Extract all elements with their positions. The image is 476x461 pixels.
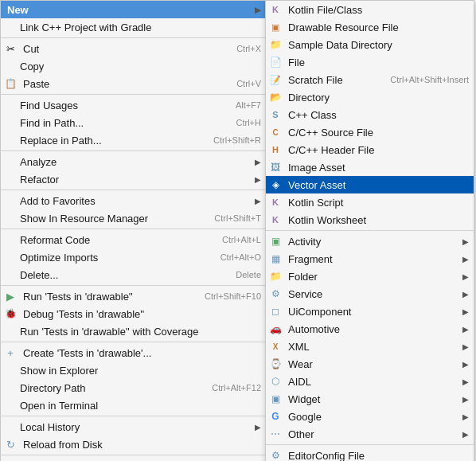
arrow-icon: ▶	[462, 237, 469, 246]
menu-item-analyze[interactable]: Analyze ▶	[1, 153, 266, 170]
separator	[266, 444, 474, 445]
menu-item-sample-data[interactable]: 📁 Sample Data Directory	[266, 36, 474, 53]
menu-item-service[interactable]: ⚙ Service ▶	[266, 285, 474, 303]
menu-item-find-path[interactable]: Find in Path... Ctrl+H	[1, 114, 266, 131]
editor-config-icon: ⚙	[269, 449, 282, 461]
ui-component-icon: ◻	[269, 305, 282, 318]
separator	[1, 37, 266, 38]
vector-asset-icon: ◈	[269, 178, 282, 191]
menu-item-cpp-header[interactable]: H C/C++ Header File	[266, 141, 474, 158]
separator	[1, 229, 266, 229]
create-icon: +	[4, 346, 17, 359]
menu-item-other[interactable]: ⋯ Other ▶	[266, 425, 474, 443]
menu-item-google[interactable]: G Google ▶	[266, 408, 474, 425]
menu-item-copy[interactable]: Copy	[1, 57, 266, 75]
arrow-icon: ▶	[462, 412, 469, 421]
menu-item-kotlin-worksheet[interactable]: K Kotlin Worksheet	[266, 211, 474, 229]
cpp-source-icon: C	[269, 126, 282, 139]
directory-icon: 📂	[269, 91, 282, 104]
arrow-icon: ▶	[255, 175, 261, 184]
file-icon: 📄	[269, 56, 282, 68]
right-submenu: K Kotlin File/Class ▣ Drawable Resource …	[265, 0, 474, 461]
arrow-icon: ▶	[255, 423, 261, 432]
menu-item-kotlin-file[interactable]: K Kotlin File/Class	[266, 1, 474, 18]
menu-item-run-coverage[interactable]: Run 'Tests in 'drawable'' with Coverage	[1, 322, 266, 340]
menu-item-local-history[interactable]: Local History ▶	[1, 418, 266, 436]
menu-item-refactor[interactable]: Refactor ▶	[1, 170, 266, 188]
menu-item-link-cpp[interactable]: Link C++ Project with Gradle	[1, 18, 266, 36]
menu-item-xml[interactable]: X XML ▶	[266, 338, 474, 355]
menu-item-replace-path[interactable]: Replace in Path... Ctrl+Shift+R	[1, 131, 266, 149]
menu-item-optimize-imports[interactable]: Optimize Imports Ctrl+Alt+O	[1, 248, 266, 266]
arrow-icon: ▶	[462, 360, 469, 369]
menu-item-compare-with[interactable]: ⇄ Compare With...	[1, 457, 266, 461]
menu-item-folder[interactable]: 📁 Folder ▶	[266, 268, 474, 285]
folder-icon: 📁	[269, 270, 282, 283]
xml-icon: X	[269, 340, 282, 353]
menu-item-fragment[interactable]: ▦ Fragment ▶	[266, 250, 474, 268]
arrow-icon: ▶	[462, 377, 469, 386]
other-icon: ⋯	[269, 428, 282, 440]
menu-item-add-favorites[interactable]: Add to Favorites ▶	[1, 192, 266, 209]
menu-item-file[interactable]: 📄 File	[266, 53, 474, 71]
menu-item-wear[interactable]: ⌚ Wear ▶	[266, 355, 474, 373]
service-icon: ⚙	[269, 287, 282, 300]
menu-item-kotlin-script[interactable]: K Kotlin Script	[266, 193, 474, 211]
kotlin-script-icon: K	[269, 196, 282, 209]
menu-item-delete[interactable]: Delete... Delete	[1, 266, 266, 283]
run-icon: ▶	[4, 290, 17, 303]
kotlin-icon: K	[269, 3, 282, 16]
menu-item-paste[interactable]: 📋 Paste Ctrl+V	[1, 75, 266, 92]
arrow-icon: ▶	[255, 6, 261, 14]
context-menu-container: New ▶ Link C++ Project with Gradle ✂ Cut…	[0, 0, 267, 461]
menu-item-editor-config[interactable]: ⚙ EditorConfig File	[266, 447, 474, 461]
wear-icon: ⌚	[269, 357, 282, 370]
arrow-icon: ▶	[255, 197, 261, 205]
drawable-icon: ▣	[269, 21, 282, 33]
kotlin-worksheet-icon: K	[269, 213, 282, 226]
menu-item-widget[interactable]: ▣ Widget ▶	[266, 390, 474, 408]
google-icon: G	[269, 410, 282, 423]
menu-item-drawable-resource[interactable]: ▣ Drawable Resource File	[266, 18, 474, 36]
debug-icon: 🐞	[4, 307, 17, 320]
menu-item-reformat-code[interactable]: Reformat Code Ctrl+Alt+L	[1, 231, 266, 248]
arrow-icon: ▶	[255, 158, 261, 166]
menu-item-new[interactable]: New ▶	[1, 1, 266, 18]
menu-item-vector-asset[interactable]: ◈ Vector Asset	[266, 176, 474, 193]
widget-icon: ▣	[269, 393, 282, 405]
menu-item-ui-component[interactable]: ◻ UiComponent ▶	[266, 303, 474, 320]
menu-item-create-tests[interactable]: + Create 'Tests in 'drawable'...	[1, 344, 266, 361]
menu-item-scratch-file[interactable]: 📝 Scratch File Ctrl+Alt+Shift+Insert	[266, 71, 474, 88]
menu-item-cpp-source[interactable]: C C/C++ Source File	[266, 123, 474, 141]
separator	[1, 150, 266, 151]
menu-item-show-explorer[interactable]: Show in Explorer	[1, 361, 266, 379]
activity-icon: ▣	[269, 235, 282, 248]
menu-item-automotive[interactable]: 🚗 Automotive ▶	[266, 320, 474, 338]
reload-icon: ↻	[4, 438, 17, 451]
menu-item-directory[interactable]: 📂 Directory	[266, 88, 474, 106]
menu-item-aidl[interactable]: ⬡ AIDL ▶	[266, 373, 474, 390]
arrow-icon: ▶	[462, 272, 469, 281]
menu-item-run-tests[interactable]: ▶ Run 'Tests in 'drawable'' Ctrl+Shift+F…	[1, 287, 266, 305]
cpp-header-icon: H	[269, 143, 282, 156]
separator	[266, 230, 474, 231]
fragment-icon: ▦	[269, 252, 282, 265]
menu-item-debug-tests[interactable]: 🐞 Debug 'Tests in 'drawable''	[1, 305, 266, 322]
menu-item-reload-disk[interactable]: ↻ Reload from Disk	[1, 436, 266, 453]
menu-item-cut[interactable]: ✂ Cut Ctrl+X	[1, 40, 266, 57]
menu-item-cpp-class[interactable]: S C++ Class	[266, 106, 474, 123]
arrow-icon: ▶	[462, 255, 469, 264]
separator	[1, 455, 266, 455]
arrow-icon: ▶	[462, 307, 469, 316]
menu-item-image-asset[interactable]: 🖼 Image Asset	[266, 158, 474, 176]
arrow-icon: ▶	[462, 430, 469, 439]
menu-item-activity[interactable]: ▣ Activity ▶	[266, 232, 474, 250]
cut-icon: ✂	[4, 42, 17, 55]
menu-item-directory-path[interactable]: Directory Path Ctrl+Alt+F12	[1, 379, 266, 397]
menu-item-open-terminal[interactable]: Open in Terminal	[1, 397, 266, 414]
menu-item-find-usages[interactable]: Find Usages Alt+F7	[1, 96, 266, 114]
menu-item-show-resource[interactable]: Show In Resource Manager Ctrl+Shift+T	[1, 209, 266, 227]
separator	[1, 94, 266, 95]
left-menu: New ▶ Link C++ Project with Gradle ✂ Cut…	[0, 0, 267, 461]
arrow-icon: ▶	[462, 325, 469, 334]
